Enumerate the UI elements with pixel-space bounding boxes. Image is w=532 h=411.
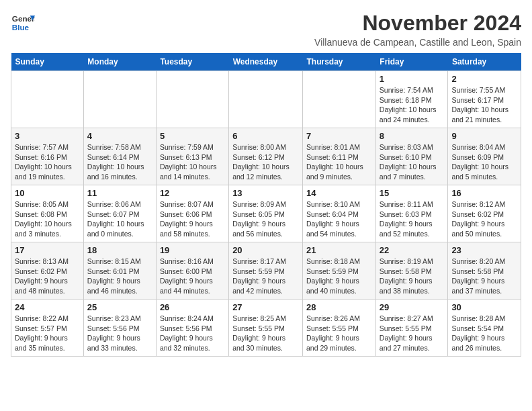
day-info: Sunrise: 8:23 AMSunset: 5:56 PMDaylight:…	[87, 314, 152, 353]
day-cell: 7Sunrise: 8:01 AMSunset: 6:11 PMDaylight…	[303, 128, 376, 185]
day-number: 2	[451, 74, 517, 84]
week-row-5: 24Sunrise: 8:22 AMSunset: 5:57 PMDayligh…	[11, 300, 521, 357]
day-info: Sunrise: 8:22 AMSunset: 5:57 PMDaylight:…	[15, 314, 80, 353]
day-info: Sunrise: 8:27 AMSunset: 5:55 PMDaylight:…	[380, 314, 445, 353]
day-cell: 26Sunrise: 8:24 AMSunset: 5:56 PMDayligh…	[156, 300, 228, 357]
day-number: 13	[232, 188, 299, 198]
day-cell: 27Sunrise: 8:25 AMSunset: 5:55 PMDayligh…	[229, 300, 303, 357]
day-header-thursday: Thursday	[303, 53, 376, 71]
day-cell	[303, 71, 376, 128]
day-number: 15	[380, 188, 445, 198]
day-number: 29	[380, 302, 445, 312]
week-row-2: 3Sunrise: 7:57 AMSunset: 6:16 PMDaylight…	[11, 128, 521, 185]
svg-text:General: General	[12, 14, 35, 23]
day-cell: 4Sunrise: 7:58 AMSunset: 6:14 PMDaylight…	[83, 128, 156, 185]
day-info: Sunrise: 7:54 AMSunset: 6:18 PMDaylight:…	[380, 85, 445, 125]
day-number: 27	[232, 302, 299, 312]
day-number: 23	[451, 245, 517, 255]
day-cell: 16Sunrise: 8:12 AMSunset: 6:02 PMDayligh…	[448, 185, 521, 242]
day-cell: 24Sunrise: 8:22 AMSunset: 5:57 PMDayligh…	[11, 300, 84, 357]
day-info: Sunrise: 8:19 AMSunset: 5:58 PMDaylight:…	[380, 257, 445, 296]
day-info: Sunrise: 8:13 AMSunset: 6:02 PMDaylight:…	[15, 257, 80, 296]
day-cell: 10Sunrise: 8:05 AMSunset: 6:08 PMDayligh…	[11, 185, 84, 242]
day-number: 18	[87, 245, 152, 255]
day-number: 20	[232, 245, 299, 255]
day-cell: 14Sunrise: 8:10 AMSunset: 6:04 PMDayligh…	[303, 185, 376, 242]
day-number: 14	[306, 188, 372, 198]
day-cell	[156, 71, 228, 128]
day-cell: 2Sunrise: 7:55 AMSunset: 6:17 PMDaylight…	[448, 71, 521, 128]
day-number: 24	[15, 302, 80, 312]
calendar-header-row: SundayMondayTuesdayWednesdayThursdayFrid…	[11, 53, 521, 71]
day-cell: 12Sunrise: 8:07 AMSunset: 6:06 PMDayligh…	[156, 185, 228, 242]
day-cell: 28Sunrise: 8:26 AMSunset: 5:55 PMDayligh…	[303, 300, 376, 357]
day-number: 12	[160, 188, 225, 198]
day-cell: 8Sunrise: 8:03 AMSunset: 6:10 PMDaylight…	[375, 128, 448, 185]
day-info: Sunrise: 8:09 AMSunset: 6:05 PMDaylight:…	[232, 199, 299, 239]
day-info: Sunrise: 8:11 AMSunset: 6:03 PMDaylight:…	[380, 199, 445, 239]
day-number: 10	[15, 188, 80, 198]
day-cell: 21Sunrise: 8:18 AMSunset: 5:59 PMDayligh…	[303, 242, 376, 300]
day-number: 4	[87, 131, 152, 141]
day-cell	[11, 71, 84, 128]
day-cell: 9Sunrise: 8:04 AMSunset: 6:09 PMDaylight…	[448, 128, 521, 185]
day-cell: 5Sunrise: 7:59 AMSunset: 6:13 PMDaylight…	[156, 128, 228, 185]
day-cell: 18Sunrise: 8:15 AMSunset: 6:01 PMDayligh…	[83, 242, 156, 300]
day-info: Sunrise: 8:07 AMSunset: 6:06 PMDaylight:…	[160, 199, 225, 239]
day-cell	[83, 71, 156, 128]
week-row-3: 10Sunrise: 8:05 AMSunset: 6:08 PMDayligh…	[11, 185, 521, 242]
day-header-saturday: Saturday	[448, 53, 521, 71]
day-info: Sunrise: 7:59 AMSunset: 6:13 PMDaylight:…	[160, 142, 225, 182]
day-number: 21	[306, 245, 372, 255]
title-block: November 2024 Villanueva de Campean, Cas…	[314, 11, 521, 48]
day-cell: 1Sunrise: 7:54 AMSunset: 6:18 PMDaylight…	[375, 71, 448, 128]
day-info: Sunrise: 8:04 AMSunset: 6:09 PMDaylight:…	[451, 142, 517, 182]
day-info: Sunrise: 8:28 AMSunset: 5:54 PMDaylight:…	[451, 314, 517, 353]
day-cell: 30Sunrise: 8:28 AMSunset: 5:54 PMDayligh…	[448, 300, 521, 357]
day-info: Sunrise: 8:20 AMSunset: 5:58 PMDaylight:…	[451, 257, 517, 296]
day-cell: 17Sunrise: 8:13 AMSunset: 6:02 PMDayligh…	[11, 242, 84, 300]
day-cell: 23Sunrise: 8:20 AMSunset: 5:58 PMDayligh…	[448, 242, 521, 300]
header: General Blue November 2024 Villanueva de…	[11, 11, 521, 48]
day-number: 7	[306, 131, 372, 141]
day-number: 11	[87, 188, 152, 198]
day-header-friday: Friday	[375, 53, 448, 71]
svg-text:Blue: Blue	[12, 23, 30, 32]
week-row-4: 17Sunrise: 8:13 AMSunset: 6:02 PMDayligh…	[11, 242, 521, 300]
day-number: 22	[380, 245, 445, 255]
day-cell	[229, 71, 303, 128]
day-cell: 15Sunrise: 8:11 AMSunset: 6:03 PMDayligh…	[375, 185, 448, 242]
day-info: Sunrise: 8:01 AMSunset: 6:11 PMDaylight:…	[306, 142, 372, 182]
day-number: 19	[160, 245, 225, 255]
day-info: Sunrise: 8:00 AMSunset: 6:12 PMDaylight:…	[232, 142, 299, 182]
day-info: Sunrise: 8:05 AMSunset: 6:08 PMDaylight:…	[15, 199, 80, 239]
day-header-monday: Monday	[83, 53, 156, 71]
subtitle: Villanueva de Campean, Castille and Leon…	[314, 37, 521, 48]
day-cell: 11Sunrise: 8:06 AMSunset: 6:07 PMDayligh…	[83, 185, 156, 242]
day-number: 16	[451, 188, 517, 198]
day-info: Sunrise: 8:15 AMSunset: 6:01 PMDaylight:…	[87, 257, 152, 296]
day-header-wednesday: Wednesday	[229, 53, 303, 71]
day-info: Sunrise: 8:18 AMSunset: 5:59 PMDaylight:…	[306, 257, 372, 296]
calendar-table: SundayMondayTuesdayWednesdayThursdayFrid…	[11, 53, 521, 357]
day-cell: 20Sunrise: 8:17 AMSunset: 5:59 PMDayligh…	[229, 242, 303, 300]
week-row-1: 1Sunrise: 7:54 AMSunset: 6:18 PMDaylight…	[11, 71, 521, 128]
day-cell: 25Sunrise: 8:23 AMSunset: 5:56 PMDayligh…	[83, 300, 156, 357]
day-info: Sunrise: 7:57 AMSunset: 6:16 PMDaylight:…	[15, 142, 80, 182]
day-info: Sunrise: 7:58 AMSunset: 6:14 PMDaylight:…	[87, 142, 152, 182]
day-info: Sunrise: 8:16 AMSunset: 6:00 PMDaylight:…	[160, 257, 225, 296]
month-title: November 2024	[314, 11, 521, 36]
logo-icon: General Blue	[11, 11, 35, 35]
day-cell: 29Sunrise: 8:27 AMSunset: 5:55 PMDayligh…	[375, 300, 448, 357]
day-cell: 3Sunrise: 7:57 AMSunset: 6:16 PMDaylight…	[11, 128, 84, 185]
day-info: Sunrise: 8:26 AMSunset: 5:55 PMDaylight:…	[306, 314, 372, 353]
day-info: Sunrise: 7:55 AMSunset: 6:17 PMDaylight:…	[451, 85, 517, 125]
day-info: Sunrise: 8:12 AMSunset: 6:02 PMDaylight:…	[451, 199, 517, 239]
day-info: Sunrise: 8:03 AMSunset: 6:10 PMDaylight:…	[380, 142, 445, 182]
day-header-tuesday: Tuesday	[156, 53, 228, 71]
day-info: Sunrise: 8:25 AMSunset: 5:55 PMDaylight:…	[232, 314, 299, 353]
day-number: 17	[15, 245, 80, 255]
day-cell: 6Sunrise: 8:00 AMSunset: 6:12 PMDaylight…	[229, 128, 303, 185]
day-header-sunday: Sunday	[11, 53, 84, 71]
day-cell: 22Sunrise: 8:19 AMSunset: 5:58 PMDayligh…	[375, 242, 448, 300]
